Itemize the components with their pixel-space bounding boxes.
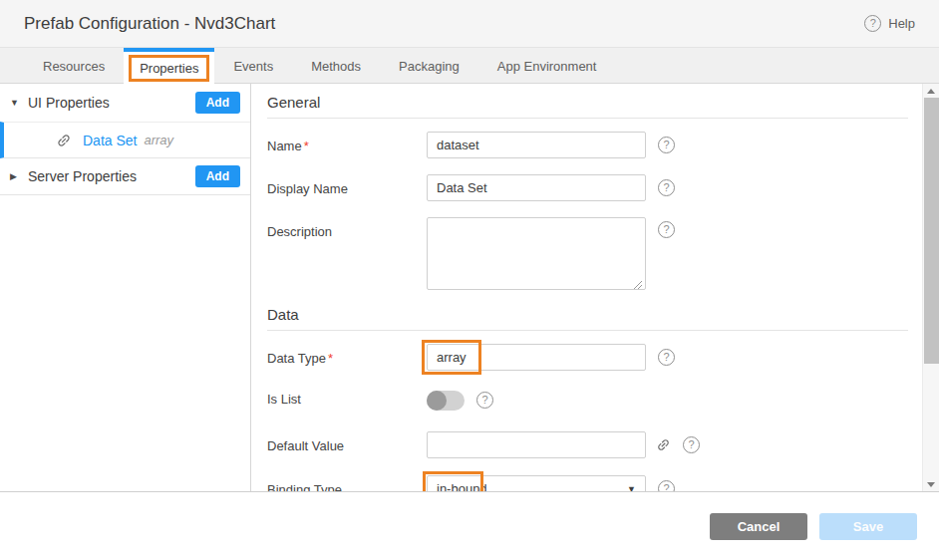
tab-resources[interactable]: Resources: [24, 48, 124, 84]
properties-sidebar: ▼ UI Properties Add Data Set array ▶ Ser…: [0, 84, 251, 491]
save-button[interactable]: Save: [819, 513, 917, 540]
ui-properties-add-button[interactable]: Add: [195, 92, 240, 114]
required-marker: *: [328, 351, 333, 366]
required-marker: *: [304, 139, 309, 153]
field-row-binding-type: Binding Type in-bound ▼ ?: [267, 475, 908, 491]
scroll-up-icon: [927, 89, 935, 94]
server-properties-label: Server Properties: [28, 168, 195, 184]
ui-properties-label: UI Properties: [28, 95, 195, 111]
binding-type-label: Binding Type: [267, 475, 427, 491]
bind-link-icon[interactable]: [653, 434, 674, 455]
name-label: Name*: [267, 132, 427, 153]
vertical-scrollbar[interactable]: [922, 84, 939, 491]
dataset-item-type: array: [144, 133, 173, 147]
name-help-icon[interactable]: ?: [658, 137, 675, 153]
default-value-input[interactable]: [427, 431, 646, 458]
dropdown-arrow-icon: ▼: [627, 484, 636, 492]
tab-packaging[interactable]: Packaging: [380, 48, 478, 84]
field-row-name: Name* ?: [267, 132, 908, 158]
default-value-help-icon[interactable]: ?: [683, 436, 700, 453]
dialog-footer: Cancel Save: [0, 491, 939, 560]
field-row-is-list: Is List ?: [267, 389, 908, 411]
scroll-down-icon: [927, 482, 935, 487]
help-question-icon: ?: [864, 15, 881, 32]
tab-bar: Resources Properties Events Methods Pack…: [0, 48, 939, 84]
tab-methods[interactable]: Methods: [292, 48, 380, 84]
description-label: Description: [267, 217, 427, 239]
sidebar-item-dataset[interactable]: Data Set array: [0, 122, 250, 158]
prefab-configuration-dialog: Prefab Configuration - Nvd3Chart ? Help …: [0, 0, 939, 560]
section-title-data: Data: [267, 306, 908, 331]
cancel-button[interactable]: Cancel: [710, 513, 807, 540]
server-properties-group[interactable]: ▶ Server Properties Add: [0, 158, 250, 195]
display-name-input[interactable]: [427, 174, 646, 201]
tab-app-environment[interactable]: App Environment: [478, 48, 616, 84]
tab-events[interactable]: Events: [214, 48, 292, 84]
binding-type-help-icon[interactable]: ?: [658, 480, 675, 491]
help-label: Help: [888, 16, 915, 31]
bind-link-icon: [53, 129, 76, 151]
property-form-panel: General Name* ? Display Name ?: [251, 84, 939, 491]
is-list-help-icon[interactable]: ?: [476, 392, 493, 409]
scrollbar-thumb[interactable]: [924, 98, 939, 364]
tab-properties[interactable]: Properties: [124, 48, 214, 84]
resize-handle-icon[interactable]: [633, 280, 643, 290]
tutorial-highlight-box: Properties: [129, 55, 209, 82]
server-properties-add-button[interactable]: Add: [195, 165, 240, 187]
description-textarea[interactable]: [427, 217, 646, 290]
is-list-label: Is List: [267, 389, 427, 407]
toggle-knob: [427, 391, 447, 411]
field-row-display-name: Display Name ?: [267, 174, 908, 201]
field-row-data-type: Data Type* ?: [267, 344, 908, 371]
name-input[interactable]: [427, 132, 646, 158]
ui-properties-group[interactable]: ▼ UI Properties Add: [0, 84, 250, 122]
dataset-item-name: Data Set: [83, 133, 137, 148]
scroll-up-button[interactable]: [923, 84, 939, 98]
section-title-general: General: [267, 94, 908, 119]
caret-right-icon: ▶: [10, 171, 28, 181]
help-button[interactable]: ? Help: [864, 15, 915, 32]
display-name-help-icon[interactable]: ?: [658, 179, 675, 196]
binding-type-value: in-bound: [437, 481, 487, 491]
data-type-label: Data Type*: [267, 344, 427, 366]
field-row-description: Description ?: [267, 217, 908, 294]
data-type-help-icon[interactable]: ?: [658, 349, 675, 366]
description-help-icon[interactable]: ?: [658, 221, 675, 238]
default-value-label: Default Value: [267, 431, 427, 453]
dialog-title: Prefab Configuration - Nvd3Chart: [24, 14, 275, 34]
data-type-input[interactable]: [427, 344, 646, 371]
scroll-down-button[interactable]: [923, 477, 939, 491]
caret-down-icon: ▼: [10, 98, 28, 108]
display-name-label: Display Name: [267, 174, 427, 196]
dialog-header: Prefab Configuration - Nvd3Chart ? Help: [0, 0, 939, 48]
binding-type-select[interactable]: in-bound ▼: [427, 475, 646, 491]
is-list-toggle[interactable]: [427, 391, 465, 411]
field-row-default-value: Default Value ?: [267, 431, 908, 458]
